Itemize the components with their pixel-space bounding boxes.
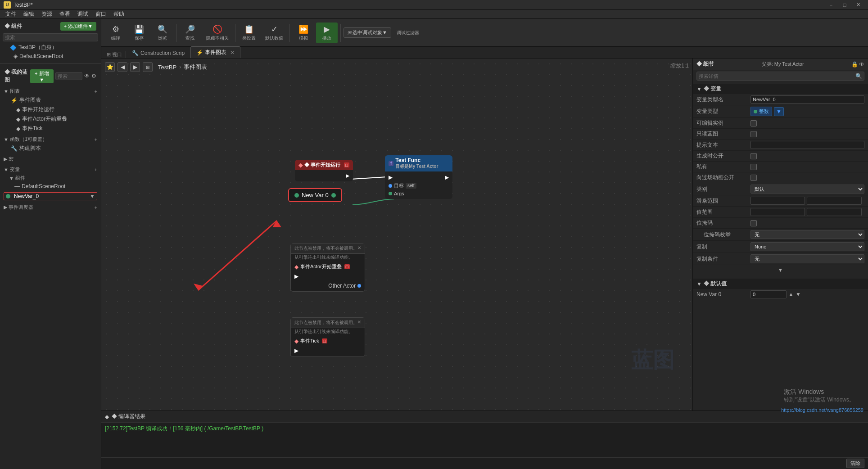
event-actor-begin-overlap[interactable]: ◆ 事件Actor开始重叠 — [2, 114, 99, 124]
tab-event-graph[interactable]: ⚡ 事件图表 ✕ — [190, 46, 240, 58]
lock-icon[interactable]: 🔒 — [851, 61, 858, 68]
gen-public-checkbox[interactable] — [750, 153, 757, 159]
disabled-actor-node[interactable]: 此节点被禁用，将不会被调用。 ✕ 从引擎连出引线来编译功能。 ◆ 事件Actor… — [290, 243, 365, 292]
menu-window[interactable]: 窗口 — [92, 9, 110, 19]
components-group[interactable]: ▼组件 — [2, 174, 99, 182]
browse-button[interactable]: 🔍 浏览 — [152, 23, 173, 43]
bitmask-checkbox[interactable] — [750, 220, 757, 226]
blueprints-search[interactable] — [55, 72, 82, 80]
event-begin-play[interactable]: ◆ 事件开始运行 — [2, 105, 99, 114]
components-search-input[interactable] — [5, 35, 96, 40]
event-tick[interactable]: ◆ 事件Tick — [2, 124, 99, 133]
type-selector[interactable]: 整数 — [750, 107, 772, 116]
expose-checkbox[interactable] — [750, 175, 757, 181]
maximize-button[interactable]: □ — [838, 1, 851, 9]
bp-settings-icon[interactable]: ⚙ — [91, 73, 96, 79]
variables-group[interactable]: ▼变量 + — [2, 165, 99, 174]
tab-construction-script[interactable]: 🔧 Construction Scrip — [126, 48, 190, 58]
menu-assets[interactable]: 资源 — [38, 9, 56, 19]
menu-file[interactable]: 文件 — [2, 9, 20, 19]
readonly-checkbox[interactable] — [750, 131, 757, 137]
show-text-input[interactable] — [750, 141, 864, 149]
simulate-button[interactable]: ⏩ 模拟 — [293, 23, 314, 43]
components-search[interactable] — [3, 33, 98, 41]
smooth-range-min[interactable] — [750, 197, 805, 205]
prop-search[interactable]: 🔍 — [696, 72, 864, 81]
new-var-row[interactable]: NewVar_0 ▼ — [2, 191, 99, 201]
event-dispatcher-group[interactable]: ▶事件调度器 + — [2, 203, 99, 212]
add-function-icon[interactable]: + — [95, 137, 97, 142]
view-grid-btn[interactable]: ⊞ — [143, 62, 153, 72]
clear-button[interactable]: 清除 — [846, 459, 864, 468]
default-label: 默认数值 — [265, 35, 283, 41]
play-button[interactable]: ▶ 播放 — [316, 23, 338, 43]
bp-view-icon[interactable]: 👁 — [84, 73, 90, 79]
debug-dropdown[interactable]: 未选中调试对象▼ — [344, 27, 391, 38]
vars-collapse-icon[interactable]: ▼ — [696, 86, 702, 92]
menu-edit[interactable]: 编辑 — [20, 9, 38, 19]
default-scene-root-var[interactable]: — DefaultSceneRoot — [2, 182, 99, 190]
macros-group[interactable]: ▶宏 — [2, 155, 99, 163]
event-start-node[interactable]: ◆ ◆ 事件开始运行 □ ▶ — [295, 160, 353, 181]
editable-checkbox[interactable] — [750, 120, 757, 126]
add-variable-icon[interactable]: + — [95, 167, 97, 172]
hide-related-button[interactable]: 🚫 隐藏不相关 — [203, 23, 232, 43]
readonly-label: 只读蓝图 — [696, 130, 750, 138]
new-var-out-pin[interactable] — [331, 193, 336, 198]
default-var-input[interactable] — [750, 290, 787, 298]
menu-view[interactable]: 查看 — [56, 9, 74, 19]
disabled-close[interactable]: ✕ — [357, 245, 361, 252]
test-func-node[interactable]: f Test Func 目标是My Test Actor ▶ ▶ — [385, 155, 452, 199]
add-dispatcher-icon[interactable]: + — [95, 205, 97, 210]
var-dot — [6, 194, 10, 198]
default-scene-root[interactable]: ◈ DefaultSceneRoot — [3, 52, 98, 60]
var-name-input[interactable] — [750, 95, 864, 104]
default-value-button[interactable]: ✓ 默认数值 — [262, 23, 287, 43]
private-checkbox[interactable] — [750, 164, 757, 170]
default-collapse-icon[interactable]: ▼ — [696, 281, 702, 287]
prop-search-input[interactable] — [699, 73, 855, 79]
nav-next[interactable]: ▶ — [130, 62, 140, 72]
add-graph-icon[interactable]: + — [95, 89, 97, 94]
stepper-down-icon[interactable]: ▼ — [796, 291, 801, 298]
nav-back[interactable]: ⭐ — [105, 62, 115, 72]
debug-filter-button[interactable]: 调试过滤器 — [393, 28, 423, 38]
menu-debug[interactable]: 调试 — [74, 9, 92, 19]
smooth-range-max[interactable] — [807, 197, 861, 205]
menu-help[interactable]: 帮助 — [110, 9, 128, 19]
close-button[interactable]: ✕ — [852, 1, 864, 9]
construct-script-item[interactable]: 🔧 构建脚本 — [2, 144, 99, 153]
disabled-tick-close[interactable]: ✕ — [357, 320, 361, 326]
copy-condition-select[interactable]: 无 — [750, 254, 864, 263]
value-range-max[interactable] — [807, 208, 861, 216]
blueprints-search-input[interactable] — [58, 73, 80, 79]
value-range-min[interactable] — [750, 208, 805, 216]
compile-button[interactable]: ⚙ 编译 — [105, 23, 127, 43]
blueprint-self[interactable]: 🔷 TestBP（自身） — [3, 43, 98, 52]
canvas-area[interactable]: ⭐ ◀ ▶ ⊞ TestBP › 事件图表 缩放1:1 蓝图 — [101, 59, 692, 410]
stepper-up-icon[interactable]: ▲ — [788, 291, 794, 298]
new-add-button[interactable]: + 新增▼ — [30, 69, 54, 83]
save-button[interactable]: 💾 保存 — [128, 23, 150, 43]
eye-icon[interactable]: 👁 — [859, 61, 864, 68]
find-button[interactable]: 🔎 查找 — [179, 23, 201, 43]
minimize-button[interactable]: − — [825, 1, 837, 9]
graphs-group[interactable]: ▼图表 + — [2, 87, 99, 95]
var-dropdown[interactable]: ▼ — [90, 193, 95, 199]
category-select[interactable]: 默认 — [750, 185, 864, 194]
test-func-header: f Test Func 目标是My Test Actor — [385, 155, 452, 171]
new-var-node[interactable]: New Var 0 — [288, 188, 342, 202]
expand-icon[interactable]: ▼ — [778, 267, 783, 273]
class-settings-button[interactable]: 📋 类设置 — [238, 23, 260, 43]
type-expand-icon[interactable]: ▼ — [774, 107, 784, 116]
properties-panel: ◆ 细节 父类: My Test Actor 🔒 👁 🔍 ▼ ◆ 变量 — [692, 59, 868, 410]
bitmask-enum-select[interactable]: 无 — [750, 230, 864, 239]
nav-prev[interactable]: ◀ — [118, 62, 127, 72]
functions-group[interactable]: ▼函数（1可覆盖） + — [2, 135, 99, 144]
tab-close-icon[interactable]: ✕ — [230, 50, 235, 56]
copy-select[interactable]: None — [750, 242, 864, 251]
disabled-tick-node[interactable]: 此节点被禁用，将不会被调用。 ✕ 从引擎连出引线来编译功能。 ◆ 事件Tick … — [290, 317, 365, 357]
event-graph-item[interactable]: ⚡ 事件图表 — [2, 95, 99, 105]
new-var-highlighted[interactable]: NewVar_0 ▼ — [4, 192, 97, 200]
add-component-button[interactable]: + 添加组件▼ — [60, 22, 96, 31]
